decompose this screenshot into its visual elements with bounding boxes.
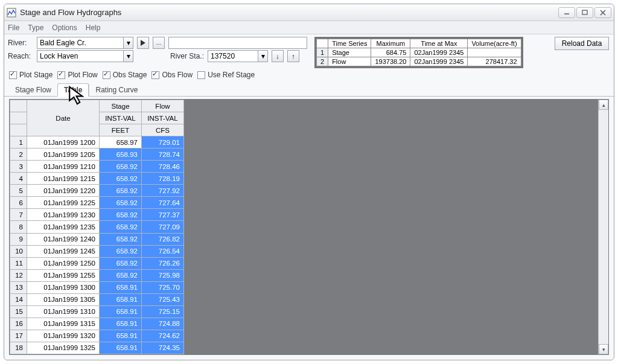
table-row[interactable]: 301Jan1999 1210658.92728.46: [10, 161, 184, 173]
cell-stage: 658.93: [100, 148, 142, 161]
row-index: 4: [10, 173, 27, 185]
plot-flow-label: Plot Flow: [68, 71, 97, 79]
table-row[interactable]: 1801Jan1999 1325658.91724.35: [10, 342, 184, 354]
summary-table-wrap: Time Series Maximum Time at Max Volume(a…: [314, 37, 523, 68]
cell-flow: 727.37: [142, 209, 184, 221]
table-row[interactable]: 1501Jan1999 1310658.91725.15: [10, 305, 184, 318]
use-ref-stage-checkbox[interactable]: [197, 71, 205, 79]
app-icon: [7, 8, 16, 18]
menu-type[interactable]: Type: [28, 24, 43, 32]
col-flow-type: INST-VAL: [142, 112, 184, 124]
obs-flow-label: Obs Flow: [162, 71, 193, 79]
cell-stage: 658.91: [100, 330, 142, 342]
cell-date: 01Jan1999 1220: [27, 185, 100, 197]
table-row[interactable]: 1401Jan1999 1305658.91725.43: [10, 293, 184, 305]
reload-button[interactable]: Reload Data: [555, 37, 609, 50]
cell-flow: 729.01: [142, 136, 184, 148]
summary-table: Time Series Maximum Time at Max Volume(a…: [316, 39, 521, 66]
table-row[interactable]: 1101Jan1999 1250658.92726.26: [10, 257, 184, 269]
table-row[interactable]: 101Jan1999 1200658.97729.01: [10, 136, 184, 148]
cell-date: 01Jan1999 1240: [27, 233, 100, 245]
cell-stage: 658.92: [100, 221, 142, 233]
table-row[interactable]: 901Jan1999 1240658.92726.82: [10, 233, 184, 245]
cell-date: 01Jan1999 1235: [27, 221, 100, 233]
row-index: 10: [10, 245, 27, 257]
checkbox-row: Plot Stage Plot Flow Obs Stage Obs Flow …: [4, 68, 614, 80]
summary-h-tmax: Time at Max: [410, 39, 468, 48]
maximize-button[interactable]: [576, 7, 593, 18]
menu-help[interactable]: Help: [86, 24, 101, 32]
chevron-down-icon: ▾: [123, 51, 133, 62]
tab-table[interactable]: Table: [57, 83, 89, 97]
row-index: 8: [10, 221, 27, 233]
river-value: Bald Eagle Cr.: [40, 39, 86, 47]
summary-h-max: Maximum: [371, 39, 410, 48]
ellipsis-button[interactable]: …: [153, 37, 165, 49]
play-button[interactable]: [137, 37, 149, 49]
tab-rating-curve[interactable]: Rating Curve: [89, 84, 144, 96]
plot-stage-checkbox[interactable]: [9, 71, 17, 79]
cell-flow: 726.82: [142, 233, 184, 245]
cell-date: 01Jan1999 1230: [27, 209, 100, 221]
river-combo[interactable]: Bald Eagle Cr. ▾: [37, 37, 133, 49]
vertical-scrollbar[interactable]: ▴ ▾: [598, 100, 608, 354]
obs-stage-checkbox[interactable]: [103, 71, 110, 79]
row-index: 9: [10, 233, 27, 245]
cell-date: 01Jan1999 1205: [27, 148, 100, 161]
cell-stage: 658.92: [100, 233, 142, 245]
chevron-down-icon: ▾: [123, 37, 133, 48]
cell-date: 01Jan1999 1300: [27, 281, 100, 293]
cell-flow: 727.09: [142, 221, 184, 233]
grid-filler: [184, 100, 598, 354]
table-row[interactable]: 1601Jan1999 1315658.91724.88: [10, 318, 184, 330]
table-row[interactable]: 1301Jan1999 1300658.91725.70: [10, 281, 184, 293]
arrow-up-button[interactable]: ↑: [287, 50, 299, 62]
menu-options[interactable]: Options: [52, 24, 77, 32]
cell-date: 01Jan1999 1255: [27, 269, 100, 281]
window-controls: [558, 7, 611, 18]
table-row[interactable]: 401Jan1999 1215658.92728.19: [10, 173, 184, 185]
obs-flow-checkbox[interactable]: [151, 71, 159, 79]
description-input[interactable]: [168, 37, 307, 49]
row-index: 6: [10, 197, 27, 209]
scroll-up-icon[interactable]: ▴: [599, 100, 608, 110]
cell-date: 01Jan1999 1315: [27, 318, 100, 330]
cell-flow: 725.70: [142, 281, 184, 293]
cell-stage: 658.91: [100, 318, 142, 330]
scroll-down-icon[interactable]: ▾: [599, 344, 608, 354]
cell-date: 01Jan1999 1250: [27, 257, 100, 269]
reach-combo[interactable]: Lock Haven ▾: [37, 50, 133, 62]
cell-stage: 658.92: [100, 257, 142, 269]
table-row[interactable]: 1201Jan1999 1255658.92725.98: [10, 269, 184, 281]
row-index: 16: [10, 318, 27, 330]
row-index: 12: [10, 269, 27, 281]
tab-stage-flow[interactable]: Stage Flow: [9, 84, 57, 96]
riversta-value: 137520: [211, 52, 235, 60]
summary-row: 1 Stage 684.75 02Jan1999 2345: [317, 48, 521, 57]
table-row[interactable]: 1001Jan1999 1245658.92726.54: [10, 245, 184, 257]
table-row[interactable]: 501Jan1999 1220658.92727.92: [10, 185, 184, 197]
close-button[interactable]: [594, 7, 611, 18]
arrow-down-button[interactable]: ↓: [272, 50, 284, 62]
cell-flow: 728.46: [142, 161, 184, 173]
table-row[interactable]: 601Jan1999 1225658.92727.64: [10, 197, 184, 209]
table-row[interactable]: 201Jan1999 1205658.93728.74: [10, 148, 184, 161]
table-row[interactable]: 701Jan1999 1230658.92727.37: [10, 209, 184, 221]
cell-date: 01Jan1999 1200: [27, 136, 100, 148]
table-row[interactable]: 801Jan1999 1235658.92727.09: [10, 221, 184, 233]
row-index: 1: [10, 136, 27, 148]
col-date: Date: [27, 100, 100, 136]
riversta-combo[interactable]: 137520 ▾: [208, 50, 268, 62]
table-row[interactable]: 1701Jan1999 1320658.91724.62: [10, 330, 184, 342]
data-table: Date Stage Flow INST-VAL INST-VAL FEET C…: [10, 100, 184, 354]
chevron-down-icon: ▾: [258, 51, 267, 62]
cell-date: 01Jan1999 1320: [27, 330, 100, 342]
data-grid: Date Stage Flow INST-VAL INST-VAL FEET C…: [9, 99, 609, 355]
cell-flow: 726.26: [142, 257, 184, 269]
cell-flow: 727.92: [142, 185, 184, 197]
plot-flow-checkbox[interactable]: [57, 71, 65, 79]
cell-flow: 724.62: [142, 330, 184, 342]
menu-file[interactable]: File: [8, 24, 19, 32]
minimize-button[interactable]: [558, 7, 575, 18]
col-stage: Stage: [100, 100, 142, 112]
